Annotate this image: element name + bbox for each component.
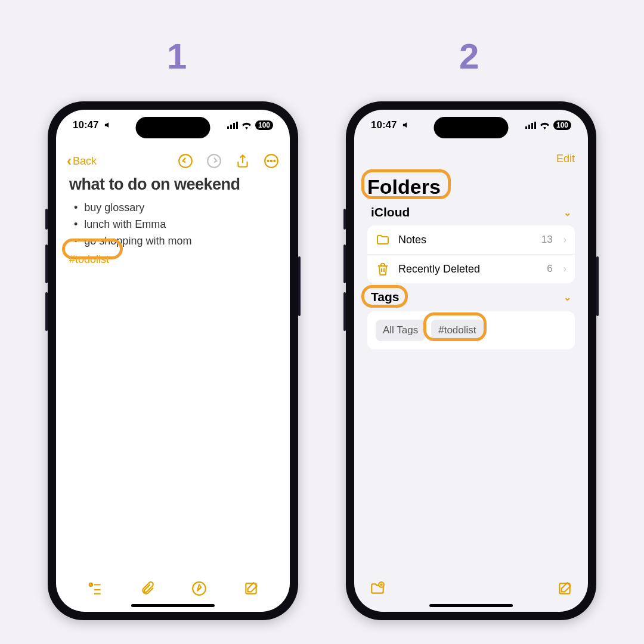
svg-rect-2 — [233, 123, 235, 129]
folder-icon — [376, 233, 390, 247]
back-button[interactable]: ‹ Back — [67, 153, 97, 169]
hashtag-tag[interactable]: #todolist — [69, 252, 109, 267]
phone-1: 10:47 100 ‹ Ba — [48, 101, 298, 620]
cellular-icon — [227, 122, 238, 129]
folders-title: Folders — [367, 175, 441, 199]
new-folder-icon[interactable] — [370, 581, 385, 596]
attachment-icon[interactable] — [140, 581, 155, 596]
wifi-icon — [540, 122, 550, 129]
bullet-item: go shopping with mom — [74, 233, 277, 250]
svg-point-9 — [274, 160, 275, 162]
note-bottom-toolbar — [56, 581, 290, 596]
folder-recently-deleted[interactable]: Recently Deleted 6 › — [367, 254, 575, 283]
home-indicator[interactable] — [131, 604, 215, 607]
note-title: what to do on weekend — [69, 175, 277, 194]
svg-rect-3 — [236, 122, 238, 129]
svg-point-5 — [208, 154, 221, 168]
status-time: 10:47 — [371, 119, 411, 131]
bullet-item: lunch with Emma — [74, 216, 277, 233]
home-indicator[interactable] — [429, 604, 513, 607]
svg-point-7 — [268, 160, 269, 162]
status-time: 10:47 — [73, 119, 113, 131]
cellular-icon — [525, 122, 536, 129]
step-number-1: 1 — [167, 36, 187, 77]
svg-rect-14 — [528, 125, 530, 129]
tag-all[interactable]: All Tags — [376, 320, 425, 341]
undo-button[interactable] — [178, 153, 193, 169]
status-bar: 10:47 100 — [354, 119, 588, 131]
step-number-2: 2 — [459, 36, 479, 77]
folder-list: Notes 13 › Recently Deleted 6 › — [367, 225, 575, 283]
chevron-down-icon[interactable]: ⌄ — [564, 207, 571, 218]
note-toolbar: ‹ Back — [56, 148, 290, 174]
trash-icon — [376, 262, 390, 276]
silent-icon — [402, 119, 411, 131]
bullet-item: buy glossary — [74, 200, 277, 216]
phone-2: 10:47 100 Edit Folders — [346, 101, 596, 620]
svg-point-8 — [271, 160, 272, 162]
compose-icon[interactable] — [243, 581, 259, 596]
tags-list: All Tags #todolist — [367, 311, 575, 349]
tag-todolist[interactable]: #todolist — [431, 320, 483, 341]
svg-rect-1 — [230, 125, 232, 129]
svg-rect-16 — [534, 122, 536, 129]
draw-icon[interactable] — [191, 581, 207, 596]
svg-rect-15 — [531, 123, 533, 129]
tags-section-label[interactable]: Tags — [371, 290, 399, 304]
chevron-right-icon: › — [564, 234, 566, 245]
note-body[interactable]: what to do on weekend buy glossary lunch… — [69, 175, 277, 267]
svg-rect-0 — [227, 126, 229, 129]
icloud-section-label[interactable]: iCloud — [371, 205, 410, 219]
share-button[interactable] — [235, 153, 250, 169]
more-button[interactable] — [264, 153, 279, 169]
redo-button[interactable] — [206, 153, 222, 169]
chevron-left-icon: ‹ — [67, 153, 72, 169]
battery-indicator: 100 — [255, 120, 273, 130]
edit-button[interactable]: Edit — [556, 153, 575, 165]
chevron-down-icon[interactable]: ⌄ — [564, 292, 571, 303]
svg-point-4 — [179, 154, 192, 168]
svg-rect-13 — [525, 126, 527, 129]
checklist-icon[interactable] — [88, 581, 103, 596]
battery-indicator: 100 — [553, 120, 571, 130]
silent-icon — [104, 119, 113, 131]
compose-icon[interactable] — [557, 581, 572, 596]
chevron-right-icon: › — [564, 264, 566, 274]
wifi-icon — [242, 122, 252, 129]
folder-notes[interactable]: Notes 13 › — [367, 225, 575, 254]
folders-bottom-toolbar — [354, 581, 588, 596]
status-bar: 10:47 100 — [56, 119, 290, 131]
